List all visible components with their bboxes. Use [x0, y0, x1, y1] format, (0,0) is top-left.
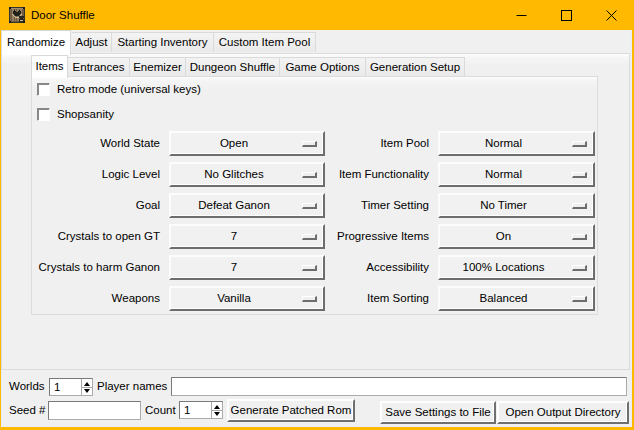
retro-mode-label: Retro mode (universal keys)	[57, 83, 201, 96]
maximize-icon	[561, 10, 572, 21]
generate-patched-rom-button[interactable]: Generate Patched Rom	[227, 399, 355, 422]
item-functionality-label: Item Functionality	[240, 162, 429, 187]
window: Door Shuffle Randomize Adjust Starting I…	[0, 0, 634, 430]
tab-generation-setup[interactable]: Generation Setup	[366, 57, 465, 76]
seed-input[interactable]	[48, 401, 141, 420]
accessibility-dropdown[interactable]: 100% Locations	[438, 255, 595, 280]
dropdown-indicator-icon	[572, 172, 587, 178]
tab-enemizer[interactable]: Enemizer	[130, 57, 186, 76]
tab-game-options[interactable]: Game Options	[280, 57, 366, 76]
dropdown-indicator-icon	[572, 141, 587, 147]
shopsanity-label: Shopsanity	[57, 108, 114, 121]
arrow-up-icon	[214, 405, 220, 409]
progressive-items-label: Progressive Items	[240, 224, 429, 249]
crystals-ganon-label: Crystals to harm Ganon	[20, 255, 160, 280]
worlds-label: Worlds	[9, 378, 45, 395]
arrow-down-icon	[84, 389, 90, 393]
spin-arrows	[81, 379, 92, 395]
tab-starting-inventory[interactable]: Starting Inventory	[112, 32, 214, 52]
tab-randomize[interactable]: Randomize	[1, 30, 71, 55]
spin-arrows	[211, 402, 222, 418]
goal-label: Goal	[20, 193, 160, 218]
weapons-label: Weapons	[20, 286, 160, 311]
save-settings-button[interactable]: Save Settings to File	[380, 401, 496, 424]
spin-down-button[interactable]	[82, 387, 93, 395]
spin-up-button[interactable]	[212, 402, 223, 410]
world-state-label: World State	[20, 131, 160, 156]
arrow-up-icon	[84, 382, 90, 386]
arrow-down-icon	[214, 412, 220, 416]
title-bar: Door Shuffle	[0, 0, 634, 30]
minimize-button[interactable]	[499, 0, 544, 30]
worlds-spinbox[interactable]: 1	[49, 378, 93, 396]
dropdown-indicator-icon	[572, 203, 587, 209]
tab-entrances[interactable]: Entrances	[68, 57, 130, 76]
tab-items[interactable]: Items	[31, 55, 68, 78]
tab-custom-item-pool[interactable]: Custom Item Pool	[214, 32, 316, 52]
timer-setting-label: Timer Setting	[240, 193, 429, 218]
spin-down-button[interactable]	[212, 410, 223, 418]
timer-setting-dropdown[interactable]: No Timer	[438, 193, 595, 218]
close-button[interactable]	[589, 0, 634, 30]
dropdown-indicator-icon	[572, 234, 587, 240]
item-sorting-dropdown[interactable]: Balanced	[438, 286, 595, 311]
player-names-input[interactable]	[171, 377, 627, 396]
minimize-icon	[516, 10, 527, 21]
spin-up-button[interactable]	[82, 379, 93, 387]
shopsanity-checkbox[interactable]	[37, 108, 50, 121]
item-sorting-label: Item Sorting	[240, 286, 429, 311]
retro-mode-checkbox[interactable]	[37, 83, 50, 96]
tab-dungeon-shuffle[interactable]: Dungeon Shuffle	[186, 57, 280, 76]
maximize-button[interactable]	[544, 0, 589, 30]
accessibility-label: Accessibility	[240, 255, 429, 280]
player-names-label: Player names	[97, 378, 167, 395]
count-spinbox[interactable]: 1	[179, 401, 223, 419]
progressive-items-dropdown[interactable]: On	[438, 224, 595, 249]
app-door-icon	[9, 7, 25, 23]
crystals-gt-label: Crystals to open GT	[20, 224, 160, 249]
open-output-directory-button[interactable]: Open Output Directory	[497, 401, 629, 424]
item-functionality-dropdown[interactable]: Normal	[438, 162, 595, 187]
item-pool-dropdown[interactable]: Normal	[438, 131, 595, 156]
count-label: Count	[145, 401, 176, 420]
dropdown-indicator-icon	[572, 296, 587, 302]
close-icon	[606, 10, 617, 21]
tab-adjust[interactable]: Adjust	[72, 32, 112, 52]
item-pool-label: Item Pool	[240, 131, 429, 156]
dropdown-indicator-icon	[572, 265, 587, 271]
seed-label: Seed #	[9, 401, 45, 420]
logic-level-label: Logic Level	[20, 162, 160, 187]
window-title: Door Shuffle	[31, 0, 95, 30]
